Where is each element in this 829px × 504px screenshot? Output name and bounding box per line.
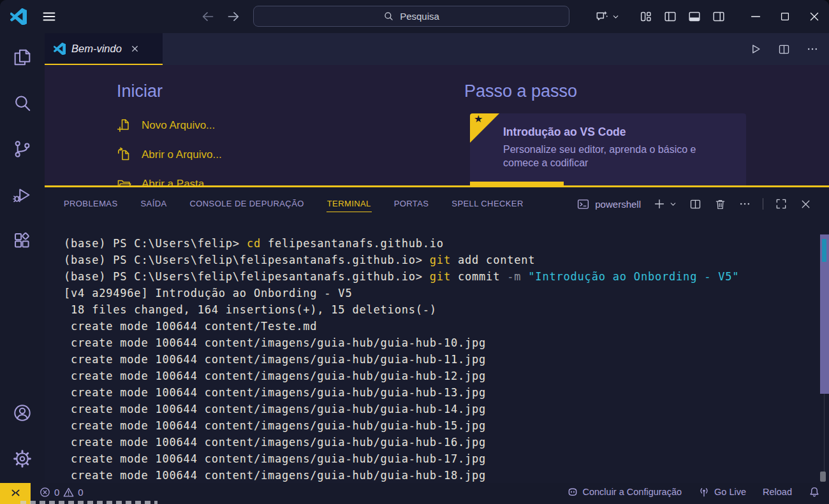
status-item-concluir-a-configura-o[interactable]: Concluir a Configuração — [567, 486, 682, 498]
terminal-line: 18 files changed, 164 insertions(+), 15 … — [45, 301, 829, 318]
editor-actions — [748, 33, 819, 65]
chevron-down-icon — [612, 13, 620, 21]
editor-tab-bar: Bem-vindo — [45, 33, 829, 65]
menu-icon[interactable] — [41, 9, 57, 24]
settings-gear-icon[interactable] — [12, 449, 33, 469]
panel-tab-sa-da[interactable]: SAÍDA — [140, 196, 168, 212]
terminal-line: (base) PS C:\Users\felip> cd felipesanta… — [45, 235, 829, 252]
shell-label: powershell — [595, 199, 641, 210]
close-button[interactable] — [800, 0, 829, 33]
start-link-abrir-o-arquivo[interactable]: Abrir o Arquivo... — [117, 140, 222, 169]
start-link-abrir-a-pasta[interactable]: Abrir a Pasta... — [117, 169, 222, 185]
copilot-button[interactable] — [595, 10, 620, 24]
status-item-label: Concluir a Configuração — [583, 487, 682, 497]
terminal-line: create mode 100644 content/Teste.md — [45, 318, 829, 335]
remote-icon — [10, 488, 21, 499]
vscode-window: Pesquisa — [0, 0, 829, 504]
terminal-shell-indicator[interactable]: powershell — [576, 198, 641, 211]
terminal-line: create mode 100644 content/imagens/guia-… — [45, 450, 829, 467]
bell-icon — [809, 486, 820, 498]
account-icon[interactable] — [12, 403, 33, 423]
forward-button[interactable] — [226, 9, 241, 24]
error-count: 0 — [54, 487, 59, 498]
open-file-icon — [117, 147, 132, 162]
start-link-label: Abrir o Arquivo... — [142, 148, 222, 161]
terminal-output[interactable]: (base) PS C:\Users\felip> cd felipesanta… — [45, 220, 829, 483]
welcome-page: Iniciar Novo Arquivo...Abrir o Arquivo..… — [45, 65, 829, 185]
problems-status[interactable]: 0 0 — [40, 483, 84, 501]
terminal-line: create mode 100644 content/imagens/guia-… — [45, 467, 829, 483]
maximize-button[interactable] — [770, 0, 800, 33]
panel-tab-problemas[interactable]: PROBLEMAS — [63, 196, 119, 212]
back-button[interactable] — [200, 9, 216, 24]
search-icon — [383, 11, 394, 22]
terminal-line: create mode 100644 content/imagens/guia-… — [45, 434, 829, 450]
star-icon: ★ — [474, 114, 483, 124]
panel-tab-console-de-depura-o[interactable]: CONSOLE DE DEPURAÇÃO — [189, 196, 305, 212]
terminal-line: create mode 100644 content/imagens/guia-… — [45, 384, 829, 401]
setup-icon — [567, 486, 578, 498]
status-item-reload[interactable]: Reload — [763, 487, 792, 497]
run-button[interactable] — [748, 42, 762, 56]
start-heading: Iniciar — [117, 82, 163, 101]
panel-tab-terminal[interactable]: TERMINAL — [326, 196, 372, 212]
terminal-line: create mode 100644 content/imagens/guia-… — [45, 417, 829, 434]
editor-more-actions-button[interactable] — [806, 43, 819, 55]
search-input[interactable]: Pesquisa — [253, 6, 569, 27]
error-icon — [40, 487, 50, 498]
terminal-icon — [576, 198, 590, 211]
copilot-chat-icon — [595, 10, 610, 24]
close-panel-button[interactable] — [799, 198, 812, 211]
start-link-novo-arquivo[interactable]: Novo Arquivo... — [117, 111, 222, 140]
minimize-button[interactable] — [741, 0, 770, 33]
new-terminal-button[interactable] — [652, 197, 666, 211]
terminal-line: create mode 100644 content/imagens/guia-… — [45, 335, 829, 351]
vscode-logo-icon — [54, 43, 66, 55]
terminal-controls: powershell — [576, 197, 829, 211]
toggle-primary-sidebar-button[interactable] — [663, 10, 677, 24]
launch-profile-chevron-icon[interactable] — [669, 200, 677, 208]
new-file-icon — [117, 118, 132, 133]
walkthrough-card-title: Introdução ao VS Code — [503, 126, 735, 139]
maximize-panel-button[interactable] — [775, 198, 788, 210]
tab-bem-vindo[interactable]: Bem-vindo — [45, 33, 163, 65]
search-placeholder: Pesquisa — [400, 11, 439, 22]
status-item-notifications[interactable] — [809, 486, 820, 498]
extensions-icon[interactable] — [12, 231, 33, 251]
vscode-logo-icon — [10, 8, 27, 25]
broadcast-icon — [698, 486, 710, 498]
scrollbar-end-thumb[interactable] — [820, 472, 826, 482]
source-control-icon[interactable] — [12, 139, 33, 159]
status-item-go-live[interactable]: Go Live — [698, 486, 746, 498]
explorer-icon[interactable] — [12, 47, 33, 68]
activity-bar — [0, 33, 45, 483]
search-view-icon[interactable] — [12, 93, 33, 113]
toggle-secondary-sidebar-button[interactable] — [712, 10, 726, 24]
toggle-panel-button[interactable] — [687, 10, 701, 24]
start-links: Novo Arquivo...Abrir o Arquivo...Abrir a… — [117, 111, 222, 185]
tab-close-icon[interactable] — [130, 44, 140, 54]
terminal-line: (base) PS C:\Users\felip\felipesantanafs… — [45, 268, 829, 285]
kill-terminal-button[interactable] — [714, 198, 727, 211]
panel-tabs: PROBLEMASSAÍDACONSOLE DE DEPURAÇÃOTERMIN… — [63, 196, 546, 212]
panel-more-actions-button[interactable] — [738, 198, 751, 210]
start-link-label: Novo Arquivo... — [142, 119, 215, 132]
panel-tab-spell-checker[interactable]: SPELL CHECKER — [451, 196, 524, 212]
clipped-overflow-row — [20, 501, 158, 504]
split-terminal-button[interactable] — [689, 198, 702, 211]
warning-icon — [63, 487, 74, 498]
customize-layout-button[interactable] — [639, 10, 653, 24]
terminal-command-decoration-mark — [822, 239, 826, 262]
split-editor-button[interactable] — [777, 43, 791, 56]
panel-header: PROBLEMASSAÍDACONSOLE DE DEPURAÇÃOTERMIN… — [45, 187, 829, 220]
terminal-line: [v4 a29496e] Introdução ao Onbording - V… — [45, 285, 829, 301]
panel-tab-portas[interactable]: PORTAS — [393, 196, 430, 212]
title-bar: Pesquisa — [0, 0, 829, 33]
run-debug-icon[interactable] — [12, 185, 33, 205]
walkthrough-card[interactable]: Introdução ao VS Code Personalize seu ed… — [470, 113, 746, 185]
start-link-label: Abrir a Pasta... — [142, 178, 213, 185]
warning-count: 0 — [78, 487, 83, 498]
terminal-line: create mode 100644 content/imagens/guia-… — [45, 351, 829, 368]
walkthrough-card-description: Personalize seu editor, aprenda o básico… — [503, 143, 730, 169]
status-item-label: Reload — [763, 487, 792, 497]
